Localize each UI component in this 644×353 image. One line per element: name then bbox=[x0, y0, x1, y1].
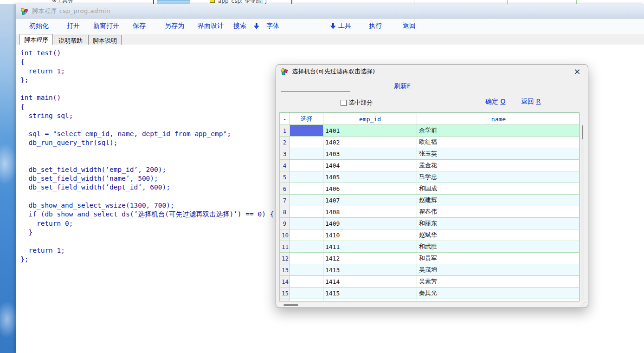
name-cell[interactable]: 和武胜 bbox=[417, 241, 580, 253]
window-title: 脚本程序 csp_prog.admin bbox=[32, 7, 110, 15]
name-cell[interactable]: 马学忠 bbox=[417, 171, 580, 183]
table-row-partial[interactable] bbox=[280, 299, 580, 302]
table-row[interactable]: 2 1402 欧红福 bbox=[280, 137, 580, 148]
row-number: 4 bbox=[280, 160, 290, 171]
name-cell[interactable]: 欧红福 bbox=[417, 137, 580, 148]
wallpaper-cloud bbox=[0, 143, 18, 185]
table-row[interactable]: 9 1409 和丽东 bbox=[280, 218, 580, 229]
select-cell[interactable] bbox=[290, 241, 323, 253]
arrow-down-icon[interactable] bbox=[253, 23, 259, 30]
table-row[interactable]: 12 1412 和贵军 bbox=[280, 253, 580, 264]
select-cell[interactable] bbox=[290, 264, 323, 276]
select-cell[interactable] bbox=[290, 253, 323, 264]
tab-script-desc[interactable]: 脚本说明 bbox=[88, 35, 122, 45]
name-cell[interactable]: 赵斌华 bbox=[417, 229, 580, 241]
table-row[interactable]: 8 1408 瞿春伟 bbox=[280, 206, 580, 218]
table-row[interactable]: 6 1406 和国成 bbox=[280, 183, 580, 195]
select-cell[interactable] bbox=[290, 160, 323, 171]
toolbar-open-button[interactable]: 打开 bbox=[67, 22, 80, 30]
emp-id-cell[interactable]: 1408 bbox=[323, 206, 417, 218]
emp-id-cell[interactable]: 1409 bbox=[323, 218, 417, 229]
name-cell[interactable] bbox=[417, 299, 580, 302]
tab-help[interactable]: 说明帮助 bbox=[54, 35, 87, 45]
checkbox-icon[interactable] bbox=[341, 100, 347, 106]
emp-id-cell[interactable]: 1403 bbox=[323, 148, 417, 160]
emp-id-cell[interactable]: 1401 bbox=[323, 125, 417, 137]
toolbar-execute-button[interactable]: 执行 bbox=[369, 22, 382, 30]
emp-id-cell[interactable]: 1413 bbox=[323, 264, 417, 276]
name-cell[interactable]: 赵建辉 bbox=[417, 195, 580, 206]
table-row[interactable]: 3 1403 张玉英 bbox=[280, 148, 580, 160]
name-cell[interactable]: 吴茂增 bbox=[417, 264, 580, 276]
emp-id-cell[interactable]: 1407 bbox=[323, 195, 417, 206]
emp-id-cell[interactable]: 1406 bbox=[323, 183, 417, 195]
table-row[interactable]: 11 1411 和武胜 bbox=[280, 241, 580, 253]
table-row[interactable]: 7 1407 赵建辉 bbox=[280, 195, 580, 206]
select-cell[interactable] bbox=[290, 229, 323, 241]
select-cell[interactable] bbox=[290, 137, 323, 148]
close-icon[interactable]: × bbox=[571, 66, 583, 77]
table-row[interactable]: 5 1405 马学忠 bbox=[280, 171, 580, 183]
select-part-checkbox[interactable]: 选中部分 bbox=[341, 98, 373, 107]
vertical-scrollbar[interactable] bbox=[581, 124, 584, 301]
table-row[interactable]: 13 1413 吴茂增 bbox=[280, 264, 580, 276]
toolbar-font-button[interactable]: 字体 bbox=[266, 22, 279, 30]
name-cell[interactable]: 和贵军 bbox=[417, 253, 580, 264]
emp-id-cell[interactable]: 1410 bbox=[323, 229, 417, 241]
horizontal-scrollbar[interactable] bbox=[279, 303, 580, 307]
arrow-down-icon[interactable] bbox=[330, 23, 336, 30]
select-cell[interactable] bbox=[290, 276, 323, 288]
select-cell[interactable] bbox=[290, 148, 323, 160]
grid-corner-header[interactable]: - bbox=[280, 113, 290, 125]
toolbar-return-button[interactable]: 返回 bbox=[403, 22, 416, 30]
vertical-scrollbar-thumb[interactable] bbox=[582, 125, 583, 139]
filter-input[interactable] bbox=[281, 83, 350, 92]
toolbar-init-button[interactable]: 初始化 bbox=[29, 22, 49, 30]
dialog-title: 选择机台(可先过滤再双击选择) bbox=[292, 67, 571, 76]
tab-script-program[interactable]: 脚本程序 bbox=[19, 34, 53, 45]
name-cell[interactable]: 秦其光 bbox=[417, 288, 580, 299]
grid-header-emp-id[interactable]: emp_id bbox=[323, 113, 417, 125]
emp-id-cell[interactable]: 1415 bbox=[323, 288, 417, 299]
horizontal-scrollbar-thumb[interactable] bbox=[283, 304, 298, 306]
name-cell[interactable]: 张玉英 bbox=[417, 148, 580, 160]
table-row[interactable]: 1 1401 余学前 bbox=[280, 125, 580, 137]
name-cell[interactable]: 和国成 bbox=[417, 183, 580, 195]
back-button[interactable]: 返回 R bbox=[521, 98, 541, 106]
select-cell[interactable] bbox=[290, 206, 323, 218]
toolbar-save-as-button[interactable]: 另存为 bbox=[165, 22, 184, 30]
name-cell[interactable]: 吴素芳 bbox=[417, 276, 580, 288]
name-cell[interactable]: 和丽东 bbox=[417, 218, 580, 229]
select-cell[interactable] bbox=[290, 125, 323, 137]
emp-id-cell[interactable]: 1402 bbox=[323, 137, 417, 148]
emp-id-cell[interactable]: 1414 bbox=[323, 276, 417, 288]
select-cell[interactable] bbox=[290, 183, 323, 195]
name-cell[interactable]: 余学前 bbox=[417, 125, 580, 137]
emp-id-cell[interactable]: 1412 bbox=[323, 253, 417, 264]
toolbar-search-button[interactable]: 搜索 bbox=[233, 22, 246, 30]
grid-header-name[interactable]: name bbox=[417, 113, 580, 125]
select-cell[interactable] bbox=[290, 218, 323, 229]
emp-id-cell[interactable]: 1404 bbox=[323, 160, 417, 171]
ok-button[interactable]: 确定 O bbox=[485, 98, 505, 106]
table-row[interactable]: 15 1415 秦其光 bbox=[280, 288, 580, 299]
toolbar-save-button[interactable]: 保存 bbox=[133, 22, 146, 30]
refresh-button[interactable]: 刷新F bbox=[394, 82, 411, 91]
select-cell[interactable] bbox=[290, 195, 323, 206]
table-row[interactable]: 14 1414 吴素芳 bbox=[280, 276, 580, 288]
grid-header-select[interactable]: 选择 bbox=[290, 113, 323, 125]
name-cell[interactable]: 孟金花 bbox=[417, 160, 580, 171]
emp-id-cell[interactable]: 1411 bbox=[323, 241, 417, 253]
emp-id-cell[interactable]: 1405 bbox=[323, 171, 417, 183]
select-cell[interactable] bbox=[290, 299, 323, 302]
table-row[interactable]: 4 1404 孟金花 bbox=[280, 160, 580, 171]
toolbar-tools-button[interactable]: 工具 bbox=[338, 22, 351, 30]
emp-id-cell[interactable] bbox=[323, 299, 417, 302]
select-cell[interactable] bbox=[290, 288, 323, 299]
select-cell[interactable] bbox=[290, 171, 323, 183]
name-cell[interactable]: 瞿春伟 bbox=[417, 206, 580, 218]
toolbar-open-new-window-button[interactable]: 新窗打开 bbox=[93, 22, 119, 30]
toolbar-ui-design-button[interactable]: 界面设计 bbox=[198, 22, 224, 30]
table-row[interactable]: 10 1410 赵斌华 bbox=[280, 229, 580, 241]
resize-grip-icon[interactable]: ⋰ bbox=[581, 301, 586, 306]
